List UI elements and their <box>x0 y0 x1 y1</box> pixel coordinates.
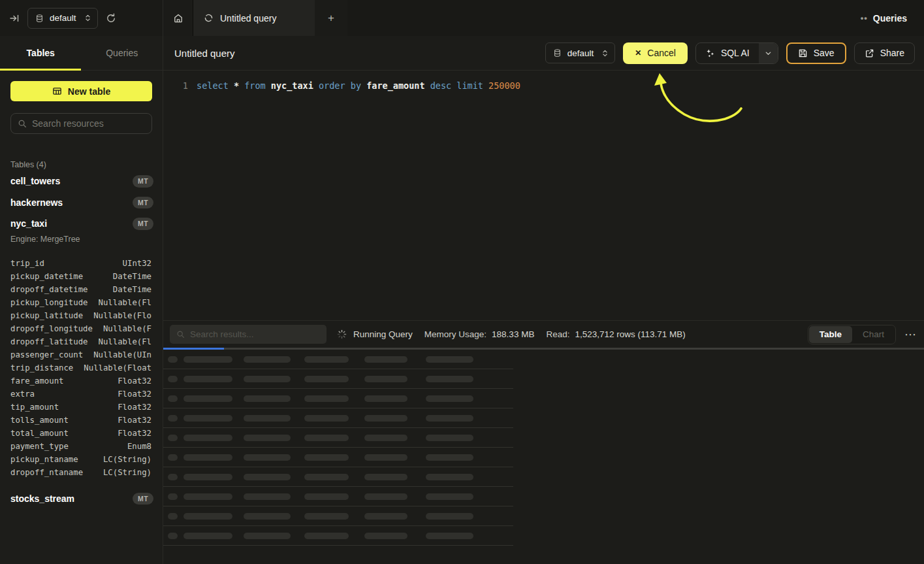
sidebar-tab-tables[interactable]: Tables <box>0 36 82 70</box>
close-icon: ✕ <box>635 48 641 58</box>
new-table-button[interactable]: New table <box>10 81 152 101</box>
query-progress-track <box>163 348 924 350</box>
toggle-table[interactable]: Table <box>809 326 852 343</box>
queries-shortcut[interactable]: •• Queries <box>861 13 907 24</box>
skeleton-row <box>163 428 513 448</box>
table-row-stocks-stream[interactable]: stocks_stream MT <box>0 488 163 510</box>
toggle-table-label: Table <box>820 329 842 339</box>
skeleton-pill <box>168 415 178 422</box>
column-row[interactable]: passenger_countNullable(UIn <box>10 348 151 361</box>
topbar-database-selector[interactable]: default <box>27 8 98 29</box>
sql-ai-dropdown[interactable] <box>759 43 778 63</box>
skeleton-pill <box>364 376 407 382</box>
skeleton-pill <box>183 415 232 422</box>
new-tab-button[interactable]: + <box>315 0 347 36</box>
column-row[interactable]: dropoff_longitudeNullable(F <box>10 322 151 335</box>
sql-token: fare_amount <box>366 80 430 91</box>
column-row[interactable]: tip_amountFloat32 <box>10 401 151 414</box>
column-type: Float32 <box>118 376 151 386</box>
query-tab-active[interactable]: Untitled query <box>193 0 315 36</box>
sql-token: * <box>234 80 244 91</box>
sidebar-tabs: Tables Queries <box>0 36 163 71</box>
save-button[interactable]: Save <box>786 42 846 64</box>
query-header: Untitled query default ✕ Cancel <box>163 36 924 71</box>
chevron-down-icon <box>765 50 772 57</box>
skeleton-pill <box>426 513 473 520</box>
column-name: tolls_amount <box>10 416 69 425</box>
column-row[interactable]: payment_typeEnum8 <box>10 440 151 453</box>
sidebar: Tables Queries New table Tables (4) <box>0 36 163 564</box>
sql-token: limit <box>456 80 488 91</box>
refresh-icon[interactable] <box>106 13 116 24</box>
tab-loading-icon <box>204 13 214 23</box>
table-row-nyc-taxi[interactable]: nyc_taxi MT <box>0 213 163 235</box>
column-row[interactable]: extraFloat32 <box>10 388 151 401</box>
sql-ai-button-group: SQL AI <box>695 42 778 64</box>
column-type: Nullable(F <box>103 324 151 333</box>
sidebar-search-input[interactable] <box>32 118 150 129</box>
query-database-selector[interactable]: default <box>545 42 616 63</box>
column-type: Nullable(Flo <box>93 311 151 320</box>
results-search <box>170 325 327 344</box>
column-row[interactable]: dropoff_ntanameLC(String) <box>10 466 151 479</box>
skeleton-pill <box>304 415 349 422</box>
tab-strip: Untitled query + <box>163 0 347 36</box>
sparkles-icon <box>705 48 715 58</box>
skeleton-pill <box>183 474 232 480</box>
skeleton-row <box>163 487 513 506</box>
column-row[interactable]: dropoff_latitudeNullable(Fl <box>10 335 151 348</box>
nyc-taxi-engine: Engine: MergeTree <box>0 235 163 249</box>
skeleton-pill <box>168 513 178 520</box>
running-status-label: Running Query <box>353 329 413 339</box>
share-button[interactable]: Share <box>854 42 915 64</box>
sidebar-tab-tables-label: Tables <box>27 48 55 58</box>
column-row[interactable]: tolls_amountFloat32 <box>10 414 151 427</box>
table-name: nyc_taxi <box>10 218 47 229</box>
read-label: Read: <box>546 329 569 339</box>
column-name: extra <box>10 390 35 399</box>
column-name: passenger_count <box>10 350 83 359</box>
sql-ai-button[interactable]: SQL AI <box>696 43 759 63</box>
column-row[interactable]: fare_amountFloat32 <box>10 374 151 388</box>
column-type: DateTime <box>113 272 151 281</box>
skeleton-pill <box>183 356 232 363</box>
spinner-icon <box>337 329 347 339</box>
more-options-button[interactable]: ⋯ <box>904 329 916 340</box>
column-row[interactable]: dropoff_datetimeDateTime <box>10 283 151 296</box>
skeleton-pill <box>364 435 407 441</box>
table-row-hackernews[interactable]: hackernews MT <box>0 192 163 214</box>
sidebar-search <box>10 113 152 134</box>
column-row[interactable]: pickup_ntanameLC(String) <box>10 453 151 466</box>
new-table-label: New table <box>68 86 110 97</box>
skeleton-pill <box>304 474 349 480</box>
column-row[interactable]: trip_distanceNullable(Float <box>10 361 151 374</box>
skeleton-pill <box>183 493 232 500</box>
skeleton-pill <box>304 493 349 500</box>
results-toolbar: Running Query Memory Usage: 188.33 MB Re… <box>163 320 924 348</box>
skeleton-pill <box>168 474 178 480</box>
column-row[interactable]: pickup_datetimeDateTime <box>10 270 151 283</box>
collapse-sidebar-icon[interactable] <box>9 13 20 24</box>
toggle-chart[interactable]: Chart <box>852 326 895 343</box>
sql-editor[interactable]: 1 select * from nyc_taxi order by fare_a… <box>163 71 924 320</box>
column-row[interactable]: trip_idUInt32 <box>10 257 151 270</box>
column-row[interactable]: pickup_longitudeNullable(Fl <box>10 296 151 309</box>
results-search-input[interactable] <box>190 329 320 339</box>
column-type: Nullable(Float <box>84 363 151 373</box>
skeleton-pill <box>364 415 407 422</box>
table-row-cell-towers[interactable]: cell_towers MT <box>0 171 163 192</box>
column-type: Float32 <box>118 390 151 399</box>
search-icon <box>176 330 185 339</box>
column-row[interactable]: total_amountFloat32 <box>10 427 151 440</box>
engine-badge: MT <box>133 493 153 505</box>
cancel-button[interactable]: ✕ Cancel <box>623 42 688 64</box>
topbar: default Untitled query + •• Queries <box>0 0 924 36</box>
home-tab[interactable] <box>163 0 193 36</box>
column-row[interactable]: pickup_latitudeNullable(Flo <box>10 309 151 322</box>
skeleton-pill <box>244 356 291 363</box>
sidebar-tab-queries[interactable]: Queries <box>82 36 163 70</box>
sql-code-line: select * from nyc_taxi order by fare_amo… <box>197 79 520 93</box>
skeleton-pill <box>168 454 178 461</box>
table-name: stocks_stream <box>10 493 74 504</box>
sql-token: by <box>351 80 366 91</box>
